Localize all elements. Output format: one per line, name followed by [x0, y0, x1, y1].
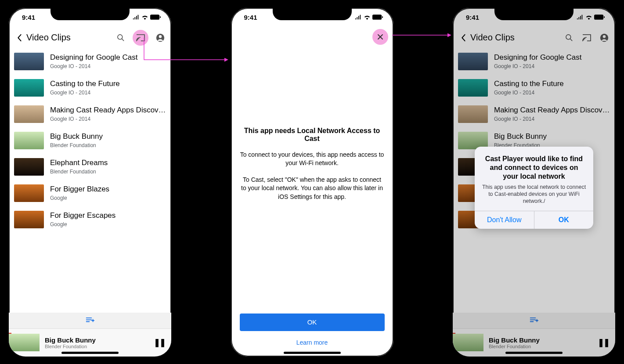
video-subtitle: Blender Foundation	[50, 142, 166, 148]
cellular-signal-icon	[355, 14, 362, 21]
local-network-permission-alert: Cast Player would like to find and conne…	[475, 147, 593, 229]
cellular-signal-icon	[133, 14, 140, 21]
phone-interstitial-screen: 9:41 This app needs Local Network Access…	[227, 4, 398, 361]
home-indicator[interactable]	[284, 352, 341, 354]
dont-allow-button[interactable]: Don't Allow	[475, 211, 534, 229]
wifi-icon	[364, 14, 371, 21]
battery-icon	[372, 14, 383, 21]
list-item[interactable]: Casting to the FutureGoogle IO - 2014	[9, 75, 171, 101]
status-time: 9:41	[22, 14, 35, 21]
interstitial-body-2: To Cast, select "OK" when the app asks t…	[240, 176, 385, 202]
video-subtitle: Google IO - 2014	[50, 116, 166, 122]
learn-more-link[interactable]: Learn more	[240, 339, 385, 346]
notch	[50, 7, 130, 20]
list-item[interactable]: Elephant DreamsBlender Foundation	[9, 154, 171, 180]
list-item[interactable]: For Bigger EscapesGoogle	[9, 206, 171, 233]
video-subtitle: Google	[50, 221, 166, 227]
progress-indicator	[9, 333, 11, 334]
svg-rect-1	[160, 16, 161, 18]
wifi-icon	[141, 14, 148, 21]
video-thumbnail	[14, 132, 44, 149]
video-list[interactable]: Designing for Google CastGoogle IO - 201…	[9, 48, 171, 313]
video-thumbnail	[14, 158, 44, 176]
svg-rect-7	[382, 16, 383, 18]
status-time: 9:41	[244, 14, 257, 21]
video-title: For Bigger Escapes	[50, 211, 166, 220]
list-item[interactable]: Making Cast Ready Apps Discover...Google…	[9, 101, 171, 127]
phone-permission-alert-screen: 9:41 Video Clips Designing for Google Ca…	[448, 4, 620, 361]
video-title: For Bigger Blazes	[50, 185, 166, 194]
video-thumbnail	[14, 184, 44, 202]
alert-title: Cast Player would like to find and conne…	[482, 155, 586, 181]
local-network-interstitial: This app needs Local Network Access to C…	[231, 27, 393, 357]
interstitial-body-1: To connect to your devices, this app nee…	[240, 151, 385, 168]
now-playing-thumbnail	[9, 334, 40, 351]
flow-arrow-2	[390, 31, 454, 40]
svg-rect-6	[372, 14, 382, 20]
interstitial-title: This app needs Local Network Access to C…	[240, 127, 385, 143]
svg-point-5	[159, 35, 162, 38]
svg-line-3	[122, 39, 124, 40]
list-item[interactable]: For Bigger BlazesGoogle	[9, 180, 171, 206]
page-title: Video Clips	[26, 32, 115, 43]
status-icons	[355, 14, 383, 21]
video-thumbnail	[14, 211, 44, 228]
video-subtitle: Google	[50, 195, 166, 201]
list-item[interactable]: Big Buck BunnyBlender Foundation	[9, 127, 171, 154]
video-thumbnail	[14, 79, 44, 97]
video-title: Big Buck Bunny	[50, 132, 166, 141]
home-indicator[interactable]	[61, 352, 119, 354]
back-button[interactable]	[14, 34, 25, 42]
notch	[494, 7, 574, 20]
queue-add-button[interactable]	[9, 313, 171, 328]
status-icons	[133, 14, 161, 21]
now-playing-subtitle: Blender Foundation	[45, 344, 148, 349]
video-subtitle: Blender Foundation	[50, 169, 166, 175]
notch	[273, 7, 352, 20]
video-thumbnail	[14, 53, 44, 70]
ok-button[interactable]: OK	[240, 314, 385, 331]
phone-list-screen: 9:41 Video Clips Designing for Google Ca…	[4, 4, 176, 361]
close-button-highlighted[interactable]	[372, 29, 388, 45]
svg-rect-0	[150, 14, 159, 20]
video-subtitle: Google IO - 2014	[50, 90, 166, 96]
video-thumbnail	[14, 105, 44, 123]
cast-button-highlighted[interactable]	[133, 30, 148, 46]
pause-button[interactable]: ❚❚	[154, 338, 165, 347]
now-playing-title: Big Buck Bunny	[45, 336, 148, 344]
video-title: Casting to the Future	[50, 79, 166, 88]
list-item[interactable]: Designing for Google CastGoogle IO - 201…	[9, 48, 171, 75]
battery-icon	[150, 14, 161, 21]
allow-ok-button[interactable]: OK	[534, 211, 594, 229]
video-title: Making Cast Ready Apps Discover...	[50, 106, 166, 115]
video-subtitle: Google IO - 2014	[50, 63, 166, 69]
app-header: Video Clips	[9, 27, 171, 48]
video-title: Elephant Dreams	[50, 159, 166, 167]
account-button[interactable]	[155, 32, 166, 43]
search-button[interactable]	[115, 32, 126, 43]
alert-message: This app uses the local network to conne…	[482, 184, 586, 205]
video-title: Designing for Google Cast	[50, 53, 166, 62]
